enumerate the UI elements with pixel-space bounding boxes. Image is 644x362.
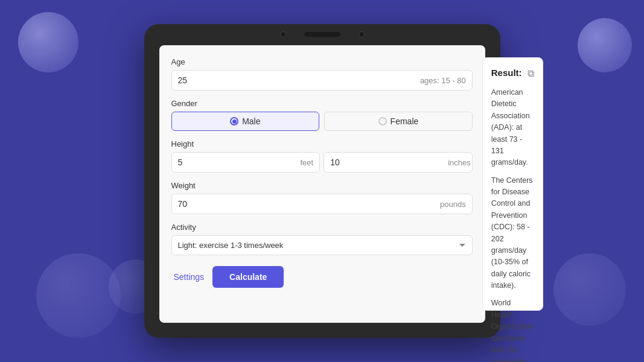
height-feet-suffix: feet (294, 153, 319, 172)
gender-male-label: Male (242, 116, 260, 126)
weight-label: Weight (171, 181, 473, 190)
age-label: Age (171, 57, 473, 66)
age-hint: ages: 15 - 80 (414, 71, 472, 90)
activity-select[interactable]: Light: exercise 1-3 times/week Sedentary… (171, 235, 473, 255)
height-label: Height (171, 139, 473, 148)
weight-field-group: Weight pounds (171, 181, 473, 214)
gender-field-group: Gender Male Female (171, 99, 473, 131)
male-radio-dot (230, 117, 238, 125)
decoration-sphere-br (553, 253, 626, 326)
gender-group: Male Female (171, 112, 473, 131)
height-field-group: Height feet inches (171, 139, 473, 173)
female-radio-dot (378, 117, 387, 125)
tablet-speaker (304, 32, 340, 37)
tablet-top-bar (280, 31, 365, 37)
decoration-sphere-tl (18, 12, 78, 72)
result-title: Result: (491, 66, 522, 80)
result-block-3: World Health Organization safe lower lim… (491, 297, 534, 362)
age-field-group: Age ages: 15 - 80 (171, 57, 473, 91)
activity-label: Activity (171, 223, 473, 232)
result-block-2: The Centers for Disease Control and Prev… (491, 175, 534, 292)
calculate-button[interactable]: Calculate (212, 266, 284, 288)
result-block-1: American Dietetic Association (ADA): at … (491, 87, 534, 169)
weight-suffix: pounds (434, 195, 472, 214)
height-inches-suffix: inches (442, 153, 473, 172)
decoration-sphere-bl (36, 253, 121, 338)
weight-input[interactable] (172, 194, 435, 214)
tablet-camera-right (359, 31, 365, 37)
decoration-sphere-tr (578, 18, 632, 72)
height-inches-input[interactable] (324, 153, 442, 172)
gender-label: Gender (171, 99, 473, 108)
activity-field-group: Activity Light: exercise 1-3 times/week … (171, 223, 473, 255)
result-panel: Result: ⧉ American Dietetic Association … (482, 57, 543, 311)
settings-button[interactable]: Settings (171, 267, 207, 287)
result-text: American Dietetic Association (ADA): at … (491, 87, 534, 362)
tablet-camera (280, 31, 286, 37)
weight-input-wrapper: pounds (171, 194, 473, 214)
gender-female-label: Female (391, 116, 419, 126)
buttons-row: Settings Calculate (171, 266, 473, 288)
tablet-screen: Age ages: 15 - 80 Gender Male Female (159, 45, 485, 323)
height-feet-input[interactable] (172, 153, 295, 172)
height-feet-wrapper: feet (171, 152, 320, 173)
height-inputs-group: feet inches (171, 152, 473, 173)
tablet-frame: Age ages: 15 - 80 Gender Male Female (144, 24, 500, 338)
copy-icon[interactable]: ⧉ (528, 66, 534, 81)
age-input[interactable] (172, 71, 414, 90)
gender-male-option[interactable]: Male (171, 112, 320, 131)
height-inches-wrapper: inches (324, 152, 473, 173)
age-input-wrapper: ages: 15 - 80 (171, 70, 473, 91)
gender-female-option[interactable]: Female (324, 112, 473, 131)
result-header: Result: ⧉ (491, 66, 534, 81)
form-panel: Age ages: 15 - 80 Gender Male Female (171, 57, 473, 311)
